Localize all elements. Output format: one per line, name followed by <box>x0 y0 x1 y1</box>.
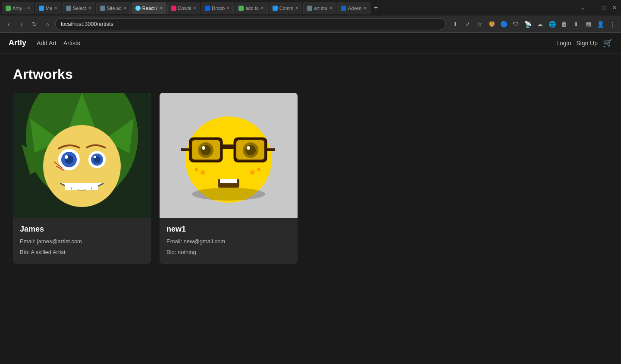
tab-download-close[interactable]: ✕ <box>193 6 196 10</box>
profile-icon[interactable]: 👤 <box>595 19 605 29</box>
svg-point-36 <box>202 146 205 150</box>
download-icon[interactable]: ⬇ <box>571 19 581 29</box>
tab-select-favicon <box>66 6 71 11</box>
tab-adven-close[interactable]: ✕ <box>363 6 367 10</box>
tab-comm-label: Comm <box>279 6 293 11</box>
extension1-icon[interactable]: 🔵 <box>499 19 509 29</box>
svg-point-38 <box>245 145 256 155</box>
tab-me-close[interactable]: ✕ <box>54 6 57 10</box>
svg-point-12 <box>65 155 68 159</box>
close-window-button[interactable]: ✕ <box>610 4 619 12</box>
tab-artstudio-label: art stu <box>314 6 327 11</box>
tab-artly-favicon <box>6 6 11 11</box>
tab-adven[interactable]: Adven ✕ <box>337 2 370 14</box>
tab-siteadv[interactable]: Site ad ✕ <box>96 2 131 14</box>
minimize-button[interactable]: ─ <box>589 4 598 12</box>
tab-artstudio-close[interactable]: ✕ <box>329 6 332 10</box>
artist-new1-info: new1 Email: new@gmail.com Bio: nothing <box>160 218 298 255</box>
share-icon2[interactable]: ↗ <box>462 19 473 29</box>
tab-artstudio-favicon <box>307 6 312 11</box>
app-logo: Artly <box>9 38 26 47</box>
forward-button[interactable]: › <box>16 19 27 29</box>
sidebar-icon[interactable]: ▦ <box>583 19 593 29</box>
tab-react-label: React / <box>142 6 157 11</box>
home-button[interactable]: ⌂ <box>42 19 53 29</box>
extension3-icon[interactable]: ☁ <box>535 19 545 29</box>
extension5-icon[interactable]: 🗑 <box>559 19 569 29</box>
extension2-icon[interactable]: 🛡 <box>511 19 521 29</box>
address-bar[interactable]: localhost:3000/artists <box>55 18 446 30</box>
svg-rect-29 <box>222 144 234 149</box>
tab-addto-label: add to <box>245 6 259 11</box>
svg-rect-45 <box>220 179 237 183</box>
tab-siteadv-close[interactable]: ✕ <box>123 6 127 10</box>
tab-select-close[interactable]: ✕ <box>88 6 91 10</box>
tab-react[interactable]: React / ✕ <box>132 2 166 14</box>
artist-james-bio: Bio: A skilled Artist <box>20 249 144 255</box>
tab-select[interactable]: Select ✕ <box>62 2 95 14</box>
tab-artly[interactable]: Artly - ✕ <box>2 2 34 14</box>
back-button[interactable]: ‹ <box>3 19 14 29</box>
svg-point-43 <box>257 168 260 171</box>
artist-new1-name: new1 <box>166 225 291 234</box>
artist-card-new1[interactable]: new1 Email: new@gmail.com Bio: nothing <box>160 93 298 264</box>
tab-me-favicon <box>39 6 44 11</box>
tab-react-close[interactable]: ✕ <box>159 6 163 10</box>
tab-artstudio[interactable]: art stu ✕ <box>303 2 336 14</box>
tab-me-label: Me <box>46 6 52 11</box>
tab-comm-close[interactable]: ✕ <box>295 6 298 10</box>
artist-james-name: James <box>20 225 144 234</box>
svg-point-26 <box>192 188 265 201</box>
svg-rect-18 <box>72 183 78 190</box>
refresh-button[interactable]: ↻ <box>29 19 40 29</box>
maximize-button[interactable]: □ <box>600 4 608 12</box>
artist-card-james[interactable]: James Email: james@artist.com Bio: A ski… <box>13 93 151 264</box>
new-tab-button[interactable]: + <box>371 4 380 12</box>
bookmark-icon[interactable]: ☆ <box>474 19 485 29</box>
tab-dropbox[interactable]: Dropb ✕ <box>201 2 234 14</box>
tab-dropbox-close[interactable]: ✕ <box>226 6 230 10</box>
tab-artly-label: Artly - <box>13 6 25 11</box>
artists-link[interactable]: Artists <box>63 40 80 47</box>
tab-adven-label: Adven <box>348 6 361 11</box>
tab-addto-favicon <box>238 6 244 11</box>
extension4-icon[interactable]: 🌐 <box>547 19 557 29</box>
svg-point-42 <box>250 170 254 175</box>
artist-new1-bio: Bio: nothing <box>166 249 291 255</box>
main-content: Artworks <box>0 53 621 364</box>
tab-download[interactable]: Downl ✕ <box>167 2 201 14</box>
tab-addto-close[interactable]: ✕ <box>260 6 264 10</box>
toolbar-icons: ⬆ ↗ ☆ 🦁 🔵 🛡 📡 ☁ 🌐 🗑 ⬇ ▦ 👤 ⋮ <box>450 19 618 29</box>
cart-icon[interactable]: 🛒 <box>603 38 612 48</box>
menu-icon[interactable]: ⋮ <box>607 19 618 29</box>
login-link[interactable]: Login <box>556 40 571 47</box>
svg-point-35 <box>201 145 211 155</box>
tab-comm[interactable]: Comm ✕ <box>269 2 302 14</box>
signup-link[interactable]: Sign Up <box>576 40 598 47</box>
tab-adven-favicon <box>341 6 346 11</box>
tab-dropbox-label: Dropb <box>212 6 225 11</box>
tab-me[interactable]: Me ✕ <box>35 2 61 14</box>
svg-rect-21 <box>92 183 98 190</box>
artist-new1-artwork <box>160 93 298 218</box>
tab-react-favicon <box>135 6 141 11</box>
brave-icon[interactable]: 🦁 <box>486 19 497 29</box>
svg-rect-20 <box>85 183 91 190</box>
tab-artly-close[interactable]: ✕ <box>27 6 30 10</box>
rss-icon[interactable]: 📡 <box>523 19 533 29</box>
add-art-link[interactable]: Add Art <box>37 40 56 47</box>
share-icon[interactable]: ⬆ <box>450 19 461 29</box>
tab-select-label: Select <box>73 6 86 11</box>
tab-bar: Artly - ✕ Me ✕ Select ✕ Site ad ✕ React … <box>0 0 621 16</box>
artist-james-email: Email: james@artist.com <box>20 238 144 245</box>
artist-james-artwork <box>13 93 151 218</box>
svg-rect-17 <box>65 183 71 190</box>
app-nav: Artly Add Art Artists Login Sign Up 🛒 <box>0 33 621 53</box>
svg-point-8 <box>43 125 121 207</box>
tab-overflow-button[interactable]: ⌄ <box>578 4 587 12</box>
artist-new1-email: Email: new@gmail.com <box>166 238 291 245</box>
tab-addto[interactable]: add to ✕ <box>235 2 268 14</box>
svg-point-40 <box>201 170 205 175</box>
tab-comm-favicon <box>273 6 278 11</box>
address-text: localhost:3000/artists <box>61 21 113 27</box>
